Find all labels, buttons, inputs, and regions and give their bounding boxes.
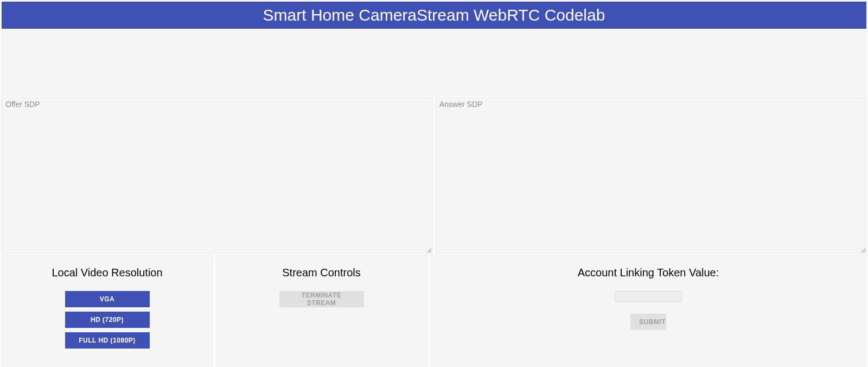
token-input[interactable] — [615, 291, 682, 302]
page-header: Smart Home CameraStream WebRTC Codelab — [2, 2, 866, 29]
sdp-row — [2, 97, 866, 254]
submit-button: SUBMIT — [630, 314, 666, 330]
hd-button[interactable]: HD (720P) — [65, 312, 150, 328]
video-preview-area — [2, 30, 866, 96]
panel-token: Account Linking Token Value: SUBMIT — [430, 255, 866, 367]
resolution-title: Local Video Resolution — [8, 267, 207, 279]
page-title: Smart Home CameraStream WebRTC Codelab — [263, 6, 605, 24]
controls-row: Local Video Resolution VGA HD (720P) FUL… — [2, 255, 866, 367]
offer-sdp-textarea[interactable] — [2, 97, 432, 254]
terminate-stream-button: TERMINATE STREAM — [279, 291, 364, 307]
panel-resolution: Local Video Resolution VGA HD (720P) FUL… — [2, 255, 213, 367]
stream-controls-title: Stream Controls — [222, 267, 421, 279]
vga-button[interactable]: VGA — [65, 291, 150, 307]
fullhd-button[interactable]: FULL HD (1080P) — [65, 332, 150, 349]
answer-sdp-textarea[interactable] — [436, 97, 866, 254]
token-title: Account Linking Token Value: — [436, 267, 860, 279]
panel-stream-controls: Stream Controls TERMINATE STREAM — [216, 255, 427, 367]
